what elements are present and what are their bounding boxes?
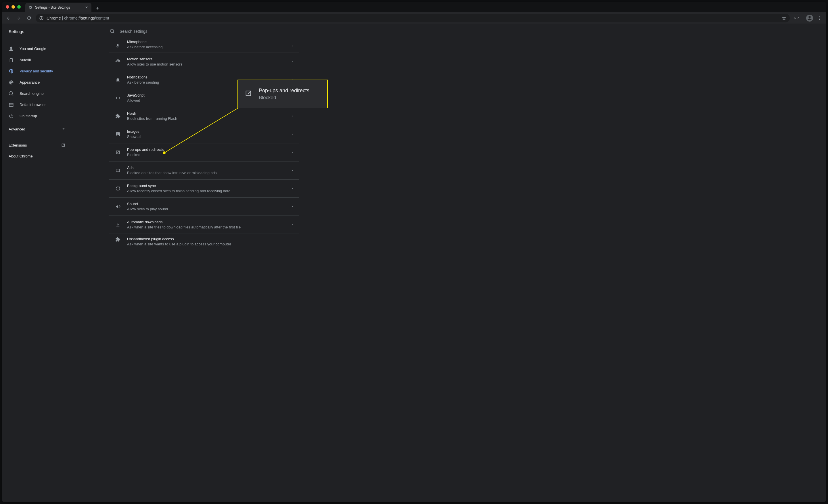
sidebar-item-label: Autofill [19, 58, 31, 62]
setting-sub: Allow sites to use motion sensors [127, 62, 291, 67]
extension-icon [115, 237, 121, 242]
browser-window: Settings - Site Settings ✕ + Chrome | ch… [2, 2, 405, 245]
callout-popups: Pop-ups and redirects Blocked [238, 80, 328, 108]
window-icon [9, 102, 14, 107]
chevron-right-icon [291, 169, 294, 172]
titlebar: Settings - Site Settings ✕ + [2, 2, 405, 12]
setting-label: Unsandboxed plugin access [127, 237, 294, 241]
sidebar-item-label: On startup [19, 114, 37, 118]
sidebar-item-autofill[interactable]: Autofill [2, 54, 73, 65]
shield-icon [9, 69, 14, 74]
setting-sub: Blocked on sites that show intrusive or … [127, 171, 291, 175]
settings-header: Settings [2, 24, 405, 39]
sidebar-item-you-and-google[interactable]: You and Google [2, 43, 73, 54]
sidebar-item-appearance[interactable]: Appearance [2, 77, 73, 88]
setting-sub: Show all [127, 134, 291, 139]
maximize-window-button[interactable] [17, 5, 21, 9]
forward-button[interactable] [15, 14, 23, 22]
setting-row-sound[interactable]: Sound Allow sites to play sound [109, 198, 299, 216]
settings-page: Settings You and Google Autofill [2, 24, 405, 245]
url-scheme: chrome:// [64, 16, 81, 20]
sidebar-divider [2, 137, 73, 137]
setting-label: Motion sensors [127, 57, 291, 61]
chevron-right-icon [291, 45, 294, 47]
sidebar-extensions-link[interactable]: Extensions [2, 140, 73, 150]
sidebar-item-label: You and Google [19, 47, 46, 51]
power-icon [9, 113, 14, 119]
setting-sub: Blocked [127, 152, 291, 157]
setting-label: Pop-ups and redirects [127, 147, 291, 152]
sidebar-item-label: Search engine [19, 91, 44, 96]
url-host: Chrome [47, 16, 61, 20]
setting-row-automatic-downloads[interactable]: Automatic downloads Ask when a site trie… [109, 216, 299, 234]
search-icon [9, 91, 14, 96]
callout-sub: Blocked [259, 95, 309, 101]
sidebar-item-on-startup[interactable]: On startup [2, 110, 73, 122]
setting-row-ads[interactable]: Ads Blocked on sites that show intrusive… [109, 162, 299, 180]
about-label: About Chrome [9, 154, 33, 158]
download-icon [115, 222, 121, 227]
search-settings[interactable] [104, 27, 294, 36]
tab-title: Settings - Site Settings [35, 5, 83, 9]
address-bar[interactable]: Chrome | chrome://settings/content [36, 14, 405, 22]
setting-row-images[interactable]: Images Show all [109, 125, 299, 143]
mic-icon [115, 43, 121, 49]
sidebar-about-chrome-link[interactable]: About Chrome [2, 150, 73, 162]
setting-row-popups[interactable]: Pop-ups and redirects Blocked [109, 143, 299, 162]
close-window-button[interactable] [6, 5, 9, 9]
setting-label: Flash [127, 111, 291, 116]
bell-icon [115, 77, 121, 83]
chevron-right-icon [291, 151, 294, 154]
setting-label: Sound [127, 202, 291, 206]
settings-sidebar: You and Google Autofill Privacy and secu… [2, 39, 73, 245]
browser-tab[interactable]: Settings - Site Settings ✕ [25, 3, 91, 12]
sidebar-item-privacy[interactable]: Privacy and security [2, 65, 73, 77]
setting-label: Notifications [127, 75, 291, 79]
open-in-new-icon [61, 143, 66, 147]
browser-toolbar: Chrome | chrome://settings/content NP [2, 12, 405, 24]
setting-row-background-sync[interactable]: Background sync Allow recently closed si… [109, 180, 299, 198]
page-title: Settings [2, 29, 104, 34]
new-tab-button[interactable]: + [94, 5, 101, 12]
chevron-right-icon [291, 114, 294, 118]
settings-main: Microphone Ask before accessing Motion s… [73, 39, 405, 245]
url-path-rest: /content [95, 16, 109, 20]
callout-anchor-dot [163, 151, 166, 154]
extension-icon [115, 113, 121, 119]
sidebar-advanced-toggle[interactable]: Advanced [2, 123, 73, 135]
chevron-right-icon [291, 223, 294, 226]
window-controls [2, 5, 21, 9]
setting-row-flash[interactable]: Flash Block sites from running Flash [109, 107, 299, 125]
setting-row-unsandboxed-plugin[interactable]: Unsandboxed plugin access Ask when a sit… [109, 234, 299, 245]
url-path-strong: settings [81, 16, 95, 20]
sidebar-item-label: Privacy and security [19, 69, 53, 73]
account-icon [9, 46, 14, 51]
sidebar-item-default-browser[interactable]: Default browser [2, 99, 73, 110]
gear-icon [29, 5, 33, 9]
chevron-down-icon [61, 127, 66, 131]
minimize-window-button[interactable] [11, 5, 15, 9]
site-info-icon[interactable] [39, 16, 44, 20]
sidebar-item-label: Appearance [19, 80, 40, 85]
palette-icon [9, 80, 14, 85]
setting-label: Images [127, 129, 291, 134]
close-tab-button[interactable]: ✕ [85, 5, 88, 9]
sidebar-item-label: Default browser [19, 103, 46, 107]
sidebar-item-search-engine[interactable]: Search engine [2, 88, 73, 99]
code-icon [115, 95, 121, 101]
back-button[interactable] [5, 14, 12, 22]
setting-row-microphone[interactable]: Microphone Ask before accessing [109, 39, 299, 53]
reload-button[interactable] [25, 14, 33, 22]
setting-sub: Allow sites to play sound [127, 207, 291, 212]
chevron-right-icon [291, 187, 294, 190]
callout-title: Pop-ups and redirects [259, 88, 309, 94]
search-input[interactable] [119, 29, 294, 34]
open-in-new-icon [115, 150, 121, 155]
sync-icon [115, 186, 121, 191]
setting-row-motion-sensors[interactable]: Motion sensors Allow sites to use motion… [109, 53, 299, 71]
sound-icon [115, 204, 121, 209]
setting-label: Microphone [127, 40, 291, 44]
setting-label: Background sync [127, 184, 291, 188]
open-in-new-icon [244, 89, 252, 99]
setting-label: Automatic downloads [127, 220, 291, 224]
